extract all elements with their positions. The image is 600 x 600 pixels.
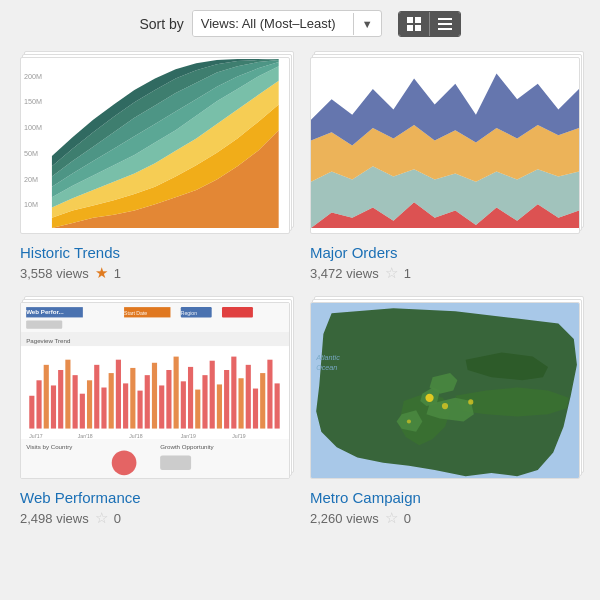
svg-text:Visits by Country: Visits by Country [26,444,73,451]
svg-rect-48 [109,373,114,429]
svg-text:Jul'18: Jul'18 [129,433,142,439]
card-title-historic-trends: Historic Trends [20,244,290,261]
grid-view-button[interactable] [399,12,429,36]
toolbar: Sort by Views: All (Most–Least) Views: A… [0,0,600,47]
svg-rect-59 [188,367,193,429]
svg-rect-30 [222,307,253,317]
svg-rect-53 [145,375,150,429]
svg-rect-58 [181,382,186,429]
svg-rect-4 [438,18,452,20]
svg-rect-56 [166,370,171,429]
star-empty-icon-metro-campaign[interactable]: ☆ [385,509,398,527]
svg-rect-42 [65,360,70,429]
cards-grid: 200M 150M 100M 50M 20M 10M [0,47,600,547]
views-count-major-orders: 3,472 views [310,266,379,281]
star-count-web-performance: 0 [114,511,121,526]
svg-rect-37 [29,396,34,429]
svg-text:50M: 50M [24,149,38,158]
thumb-front-historic-trends: 200M 150M 100M 50M 20M 10M [20,57,290,234]
svg-rect-49 [116,360,121,429]
svg-text:Ocean: Ocean [316,363,337,372]
card-web-performance[interactable]: Web Perfor... Start Date Region Pageview… [20,302,290,527]
svg-text:Pageview Trend: Pageview Trend [26,337,71,344]
svg-rect-1 [415,17,421,23]
thumb-front-major-orders [310,57,580,234]
svg-text:Web Perfor...: Web Perfor... [26,309,64,316]
views-count-web-performance: 2,498 views [20,511,89,526]
svg-rect-52 [137,391,142,429]
svg-rect-66 [238,378,243,429]
views-count-historic-trends: 3,558 views [20,266,89,281]
svg-rect-67 [246,365,251,429]
star-empty-icon-web-performance[interactable]: ☆ [95,509,108,527]
sort-label: Sort by [139,16,183,32]
star-count-historic-trends: 1 [114,266,121,281]
svg-rect-2 [407,25,413,31]
svg-rect-68 [253,389,258,429]
svg-rect-71 [275,384,280,429]
dropdown-arrow-icon: ▼ [353,13,381,35]
card-meta-major-orders: 3,472 views ☆ 1 [310,264,580,282]
list-view-button[interactable] [429,12,460,36]
svg-rect-65 [231,357,236,429]
card-meta-metro-campaign: 2,260 views ☆ 0 [310,509,580,527]
star-count-metro-campaign: 0 [404,511,411,526]
svg-rect-61 [202,375,207,429]
svg-rect-69 [260,373,265,429]
thumb-front-metro-campaign: Atlantic Ocean [310,302,580,479]
svg-rect-44 [80,394,85,429]
svg-text:Jul'17: Jul'17 [29,433,42,439]
svg-rect-54 [152,363,157,429]
view-toggle [398,11,461,37]
svg-rect-0 [407,17,413,23]
views-count-metro-campaign: 2,260 views [310,511,379,526]
star-empty-icon-major-orders[interactable]: ☆ [385,264,398,282]
card-title-metro-campaign: Metro Campaign [310,489,580,506]
svg-rect-60 [195,390,200,429]
svg-text:10M: 10M [24,200,38,209]
svg-text:Start Date: Start Date [124,311,147,317]
thumbnail-stack-metro-campaign: Atlantic Ocean [310,302,580,479]
svg-rect-43 [73,375,78,429]
svg-rect-55 [159,386,164,429]
thumbnail-stack-historic-trends: 200M 150M 100M 50M 20M 10M [20,57,290,234]
svg-rect-83 [160,456,191,470]
svg-text:Growth Opportunity: Growth Opportunity [160,444,214,451]
svg-text:Jul'19: Jul'19 [232,433,245,439]
svg-rect-27 [26,321,62,329]
card-major-orders[interactable]: Major Orders 3,472 views ☆ 1 [310,57,580,282]
star-count-major-orders: 1 [404,266,411,281]
svg-rect-57 [174,357,179,429]
svg-point-96 [407,420,411,424]
svg-rect-3 [415,25,421,31]
svg-text:Atlantic: Atlantic [315,353,340,362]
svg-rect-45 [87,381,92,429]
svg-rect-47 [101,388,106,429]
svg-rect-62 [210,361,215,429]
svg-rect-64 [224,370,229,429]
card-historic-trends[interactable]: 200M 150M 100M 50M 20M 10M [20,57,290,282]
svg-text:150M: 150M [24,97,42,106]
svg-rect-63 [217,385,222,429]
svg-text:Jan'19: Jan'19 [181,433,196,439]
svg-point-95 [468,400,473,405]
sort-select[interactable]: Views: All (Most–Least) Views: All (Leas… [193,11,353,36]
svg-rect-5 [438,23,452,25]
svg-rect-70 [267,360,272,429]
svg-rect-41 [58,370,63,429]
svg-point-82 [112,451,137,476]
card-metro-campaign[interactable]: Atlantic Ocean Metro Campaign 2,260 view… [310,302,580,527]
sort-select-wrapper[interactable]: Views: All (Most–Least) Views: All (Leas… [192,10,382,37]
svg-text:100M: 100M [24,123,42,132]
svg-text:20M: 20M [24,175,38,184]
card-meta-historic-trends: 3,558 views ★ 1 [20,264,290,282]
thumb-front-web-performance: Web Perfor... Start Date Region Pageview… [20,302,290,479]
svg-text:Region: Region [181,311,197,317]
svg-point-94 [442,403,448,409]
thumbnail-stack-major-orders [310,57,580,234]
svg-point-93 [425,394,433,402]
card-title-major-orders: Major Orders [310,244,580,261]
svg-text:200M: 200M [24,72,42,81]
svg-rect-50 [123,384,128,429]
star-filled-icon-historic-trends[interactable]: ★ [95,264,108,282]
